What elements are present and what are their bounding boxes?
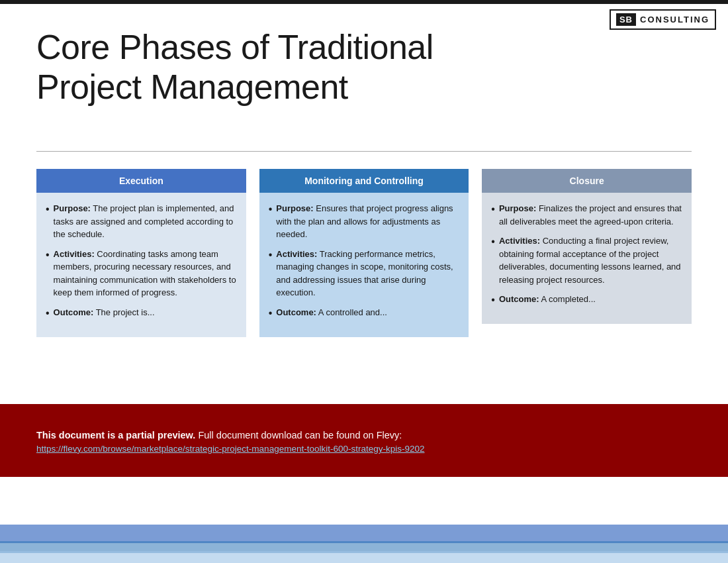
preview-banner: This document is a partial preview. Full…: [0, 404, 728, 477]
preview-link[interactable]: https://flevy.com/browse/marketplace/str…: [36, 444, 692, 454]
cards-container: Execution Purpose: The project plan is i…: [36, 169, 692, 397]
execution-body: Purpose: The project plan is implemented…: [36, 193, 246, 337]
monitoring-purpose: Purpose: Ensures that project progress a…: [269, 202, 460, 241]
monitoring-card: Monitoring and Controlling Purpose: Ensu…: [259, 169, 469, 397]
execution-purpose: Purpose: The project plan is implemented…: [46, 202, 237, 241]
closure-card: Closure Purpose: Finalizes the project a…: [482, 169, 692, 397]
execution-list: Purpose: The project plan is implemented…: [46, 202, 237, 321]
closure-outcome: Outcome: A completed...: [491, 293, 682, 308]
card-fade-overlay: [36, 371, 692, 397]
closure-activities: Activities: Conducting a final project r…: [491, 234, 682, 286]
monitoring-list: Purpose: Ensures that project progress a…: [269, 202, 460, 321]
bottom-stripe-white: [0, 501, 728, 527]
preview-bold: This document is a partial preview.: [36, 430, 195, 440]
monitoring-header: Monitoring and Controlling: [259, 169, 469, 193]
closure-header: Closure: [482, 169, 692, 193]
cards-wrapper: Execution Purpose: The project plan is i…: [36, 169, 692, 397]
bottom-stripe-blue-light: [0, 551, 728, 563]
closure-purpose: Purpose: Finalizes the project and ensur…: [491, 202, 682, 228]
monitoring-activities: Activities: Tracking performance metrics…: [269, 248, 460, 299]
monitoring-body: Purpose: Ensures that project progress a…: [259, 193, 469, 337]
logo-consulting: CONSULTING: [640, 15, 709, 25]
execution-card: Execution Purpose: The project plan is i…: [36, 169, 246, 397]
monitoring-outcome: Outcome: A controlled and...: [269, 306, 460, 321]
logo-sb: SB: [616, 13, 636, 26]
closure-list: Purpose: Finalizes the project and ensur…: [491, 202, 682, 308]
logo-area: SB CONSULTING: [610, 9, 716, 30]
main-title: Core Phases of Traditional Project Manag…: [36, 28, 692, 107]
preview-normal: Full document download can be found on F…: [195, 430, 402, 440]
title-text: Core Phases of Traditional Project Manag…: [36, 28, 692, 107]
bottom-stripe-blue-dark: [0, 525, 728, 543]
preview-text: This document is a partial preview. Full…: [36, 427, 692, 444]
execution-header: Execution: [36, 169, 246, 193]
execution-outcome: Outcome: The project is...: [46, 306, 237, 321]
closure-body: Purpose: Finalizes the project and ensur…: [482, 193, 692, 324]
top-border: [0, 0, 728, 4]
title-divider: [36, 151, 692, 152]
execution-activities: Activities: Coordinating tasks among tea…: [46, 248, 237, 299]
